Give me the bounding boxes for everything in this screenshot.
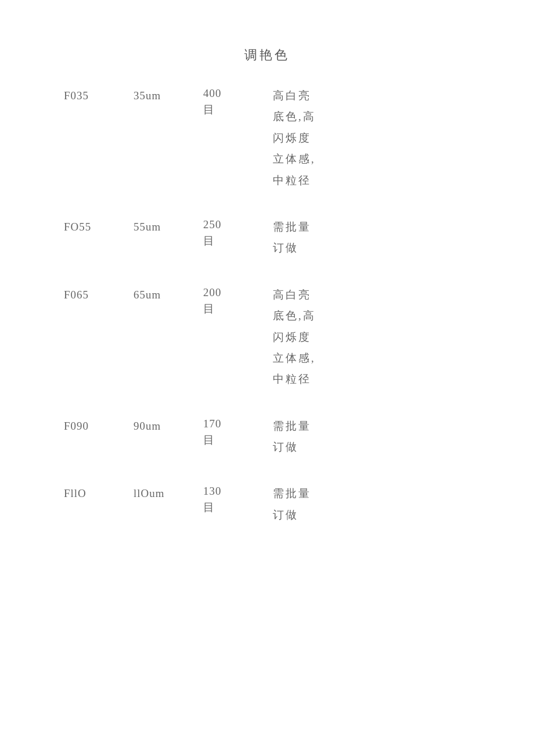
product-code: F035 [64, 87, 134, 102]
mesh-unit: 目 [203, 102, 273, 117]
mesh-number: 250 [203, 218, 273, 231]
product-desc: 需批量 订做 [273, 417, 488, 456]
product-row: F065 65um 200 目 高白亮 底色,高 闪烁度 立体感, 中粒径 [46, 286, 488, 388]
desc-line-2: 订做 [273, 506, 488, 524]
desc-line-1: 需批量 [273, 218, 488, 236]
mesh-unit: 目 [203, 233, 273, 249]
desc-line-4: 立体感, [273, 350, 488, 367]
product-desc: 高白亮 底色,高 闪烁度 立体感, 中粒径 [273, 286, 488, 388]
product-code: FllO [64, 485, 134, 500]
product-desc: 需批量 订做 [273, 485, 488, 524]
product-row: F090 90um 170 目 需批量 订做 [46, 417, 488, 456]
desc-line-2: 订做 [273, 438, 488, 456]
page-title: 调艳色 [244, 46, 290, 64]
mesh-number: 170 [203, 417, 273, 430]
mesh-unit: 目 [203, 301, 273, 316]
product-size: 65um [134, 286, 203, 301]
product-row: F035 35um 400 目 高白亮 底色,高 闪烁度 立体感, 中粒径 [46, 87, 488, 189]
desc-line-3: 闪烁度 [273, 129, 488, 147]
table-container: F035 35um 400 目 高白亮 底色,高 闪烁度 立体感, 中粒径 [46, 87, 488, 524]
product-mesh: 130 目 [203, 485, 273, 515]
product-mesh: 170 目 [203, 417, 273, 448]
desc-line-1: 需批量 [273, 485, 488, 502]
desc-line-2: 底色,高 [273, 307, 488, 325]
product-code: F090 [64, 417, 134, 433]
desc-line-5: 中粒径 [273, 172, 488, 189]
product-mesh: 200 目 [203, 286, 273, 316]
product-size: llOum [134, 485, 203, 500]
product-code: FO55 [64, 218, 134, 233]
product-size: 55um [134, 218, 203, 233]
mesh-number: 200 [203, 286, 273, 299]
header-section: 调艳色 [46, 35, 488, 64]
product-size: 35um [134, 87, 203, 102]
mesh-unit: 目 [203, 433, 273, 448]
product-desc: 需批量 订做 [273, 218, 488, 257]
product-desc: 高白亮 底色,高 闪烁度 立体感, 中粒径 [273, 87, 488, 189]
page-container: 调艳色 F035 35um 400 目 高白亮 底色,高 闪烁度 立体感, 中粒… [0, 0, 534, 756]
product-row: FllO llOum 130 目 需批量 订做 [46, 485, 488, 524]
desc-line-1: 高白亮 [273, 87, 488, 105]
mesh-number: 130 [203, 485, 273, 498]
desc-line-2: 订做 [273, 239, 488, 257]
mesh-unit: 目 [203, 500, 273, 515]
desc-line-2: 底色,高 [273, 108, 488, 125]
desc-line-1: 需批量 [273, 417, 488, 435]
desc-line-4: 立体感, [273, 150, 488, 168]
product-row: FO55 55um 250 目 需批量 订做 [46, 218, 488, 257]
mesh-number: 400 [203, 87, 273, 100]
desc-line-3: 闪烁度 [273, 329, 488, 346]
product-mesh: 400 目 [203, 87, 273, 117]
desc-line-1: 高白亮 [273, 286, 488, 304]
product-size: 90um [134, 417, 203, 433]
product-code: F065 [64, 286, 134, 301]
desc-line-5: 中粒径 [273, 370, 488, 388]
product-mesh: 250 目 [203, 218, 273, 249]
